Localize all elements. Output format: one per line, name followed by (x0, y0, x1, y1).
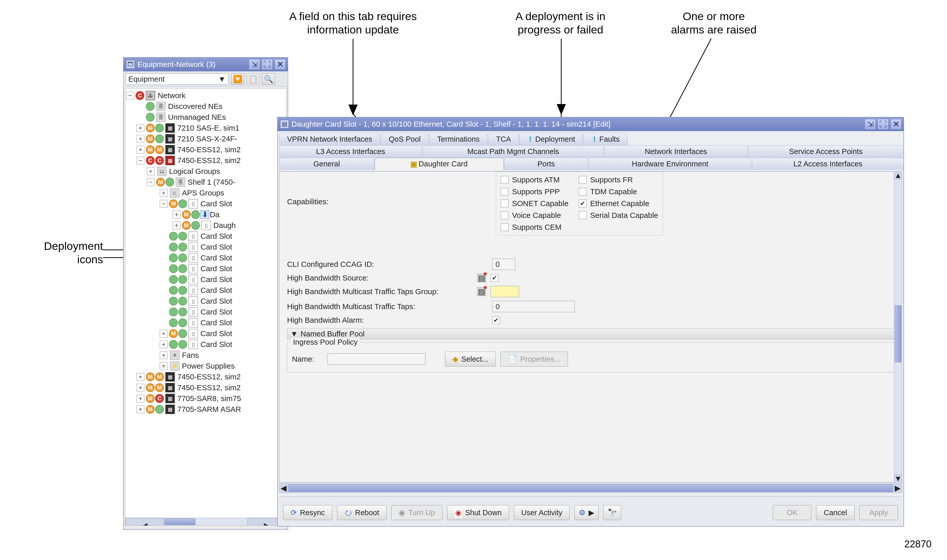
tab-vprn[interactable]: VPRN Network Interfaces (279, 133, 380, 145)
vscroll-thumb[interactable] (895, 306, 901, 362)
tree-hscrollbar[interactable]: ◀ ▶ (125, 518, 286, 526)
tree-item[interactable]: +M ▦7705-SARM ASAR (126, 404, 285, 415)
tree-item[interactable]: + M ▦ 7210 SAS-E, sim1 (126, 123, 285, 134)
tab-terminations[interactable]: Terminations (429, 133, 488, 145)
name-input[interactable] (328, 354, 425, 365)
tab-general[interactable]: General (279, 158, 374, 170)
tree-item[interactable]: ▯Card Slot (126, 296, 285, 306)
tab-daughter-card[interactable]: ▣Daughter Card (375, 158, 504, 170)
tab-l2[interactable]: L2 Access Interfaces (752, 158, 904, 170)
tab-hardware-env[interactable]: Hardware Environment (588, 158, 751, 170)
expand-toggle[interactable]: + (137, 373, 144, 381)
hba-checkbox[interactable]: ✔ (492, 316, 500, 324)
scroll-left-button[interactable]: ◀ (279, 484, 288, 492)
expand-toggle[interactable]: + (160, 340, 168, 348)
scroll-right-button[interactable]: ▶ (893, 484, 902, 492)
detach-button[interactable]: ⇲ (249, 60, 260, 69)
scroll-thumb[interactable] (165, 518, 196, 525)
hbmttg-input[interactable] (491, 286, 519, 297)
cancel-button[interactable]: Cancel (816, 505, 855, 520)
tab-sap[interactable]: Service Access Points (748, 145, 904, 158)
tree-item[interactable]: ▯Card Slot (126, 274, 285, 285)
tab-network-interfaces[interactable]: Network Interfaces (604, 145, 747, 158)
tree-item[interactable]: + ▯Card Slot (126, 339, 285, 350)
expand-toggle[interactable]: − (126, 92, 134, 99)
find-ne-button[interactable]: 🔍 (262, 74, 275, 85)
scroll-down-button[interactable]: ▼ (894, 474, 902, 482)
tree-item[interactable]: ▯Card Slot (126, 252, 285, 263)
detach-button[interactable]: ⇲ (865, 119, 875, 129)
tree-item[interactable]: +✳Fans (126, 350, 285, 361)
hbs-checkbox[interactable]: ✔ (491, 274, 498, 282)
shut-down-button[interactable]: ◉Shut Down (447, 505, 509, 520)
expand-toggle[interactable]: + (160, 189, 168, 197)
search-button[interactable]: 🔭 (603, 505, 621, 520)
tree-item[interactable]: 🗄 Discovered NEs (126, 101, 285, 112)
tree-item[interactable]: +M ▯Card Slot (126, 328, 285, 339)
tab-tca[interactable]: TCA (488, 133, 519, 145)
tab-qos[interactable]: QoS Pool (380, 133, 428, 145)
expand-toggle[interactable]: + (172, 222, 180, 229)
expand-toggle[interactable]: + (160, 362, 168, 370)
expand-toggle[interactable]: + (137, 124, 144, 132)
panel-vscrollbar[interactable]: ▲ ▼ (894, 171, 902, 483)
tab-l3[interactable]: L3 Access Interfaces (279, 145, 422, 158)
reboot-button[interactable]: ⭮Reboot (337, 505, 387, 520)
tree-item[interactable]: +⚡Power Supplies (126, 361, 285, 371)
panel-hscrollbar[interactable]: ◀ ▶ (279, 483, 902, 493)
expand-toggle[interactable]: + (160, 330, 168, 337)
tree-item[interactable]: ▯Card Slot (126, 263, 285, 274)
expand-toggle[interactable]: + (137, 135, 144, 143)
tree-item[interactable]: ▯Card Slot (126, 242, 285, 252)
resync-button[interactable]: ⟳Resync (283, 505, 333, 520)
named-buffer-pool-header[interactable]: ▼ Named Buffer Pool (287, 328, 894, 340)
expand-toggle[interactable]: + (172, 211, 180, 218)
tree-item[interactable]: + 🗂 Logical Groups (126, 166, 285, 177)
expand-toggle[interactable]: + (147, 168, 155, 175)
expand-toggle[interactable]: + (137, 384, 144, 392)
tree-item[interactable]: + M ▦ 7210 SAS-X-24F- (126, 134, 285, 144)
tree-item[interactable]: − M 🗄 Shelf 1 (7450- (126, 177, 285, 188)
tree-item[interactable]: ▯Card Slot (126, 306, 285, 317)
maximize-button[interactable]: ⛶ (262, 60, 273, 69)
maximize-button[interactable]: ⛶ (878, 119, 888, 129)
tab-ports[interactable]: Ports (504, 158, 588, 170)
hscroll-thumb[interactable] (289, 484, 893, 492)
user-activity-button[interactable]: User Activity (514, 505, 570, 520)
tab-faults[interactable]: !Faults (584, 133, 628, 145)
expand-toggle[interactable]: − (160, 200, 168, 208)
tree-item[interactable]: +MC▦7705-SAR8, sim75 (126, 393, 285, 404)
expand-toggle[interactable]: − (137, 157, 144, 165)
detail-titlebar[interactable]: ▤ Daughter Card Slot - 1, 60 x 10/100 Et… (277, 117, 904, 131)
tree-item[interactable]: ▯Card Slot (126, 285, 285, 296)
tree-root[interactable]: − C 🖧 Network (126, 90, 285, 101)
expand-toggle[interactable]: + (160, 351, 168, 359)
tree-item[interactable]: + ⎌ APS Groups (126, 188, 285, 198)
copy-button[interactable]: 📋 (246, 74, 260, 85)
tree-item[interactable]: − M ▯ Card Slot (126, 198, 285, 209)
settings-menu-button[interactable]: ⚙▶ (574, 505, 599, 520)
close-button[interactable]: ✕ (891, 119, 901, 129)
expand-toggle[interactable]: − (147, 178, 155, 186)
filter-tree-button[interactable]: 🔽 (231, 74, 244, 85)
view-selector-dropdown[interactable]: Equipment ▼ (125, 74, 229, 85)
close-button[interactable]: ✕ (275, 60, 285, 69)
tree-item[interactable]: − CC ▦ 7450-ESS12, sim2 (126, 155, 285, 166)
tree-item[interactable]: + M ▯ Daugh (126, 220, 285, 231)
tree-item[interactable]: +MM▦7450-ESS12, sim2 (126, 371, 285, 382)
tab-deployment[interactable]: !Deployment (519, 133, 583, 145)
tree-item[interactable]: 🗄 Unmanaged NEs (126, 112, 285, 123)
tab-mcast[interactable]: Mcast Path Mgmt Channels (423, 145, 604, 158)
tree-item[interactable]: +MM▦7450-ESS12, sim2 (126, 382, 285, 393)
scroll-left-button[interactable]: ◀ (125, 518, 164, 526)
tree-item-selected[interactable]: + M ⬇ Da (126, 209, 285, 220)
equipment-tree[interactable]: − C 🖧 Network 🗄 Discovered NEs 🗄 Unmanag… (125, 88, 286, 526)
select-button[interactable]: ◆Select... (445, 352, 496, 366)
expand-toggle[interactable]: + (137, 146, 144, 154)
expand-toggle[interactable]: + (137, 405, 144, 413)
nav-titlebar[interactable]: 🗔 Equipment-Network (3) ⇲ ⛶ ✕ (123, 57, 288, 71)
tree-item[interactable]: ▯Card Slot (126, 231, 285, 242)
scroll-up-button[interactable]: ▲ (894, 172, 902, 179)
expand-toggle[interactable]: + (137, 395, 144, 402)
tree-item[interactable]: ▯Card Slot (126, 317, 285, 328)
